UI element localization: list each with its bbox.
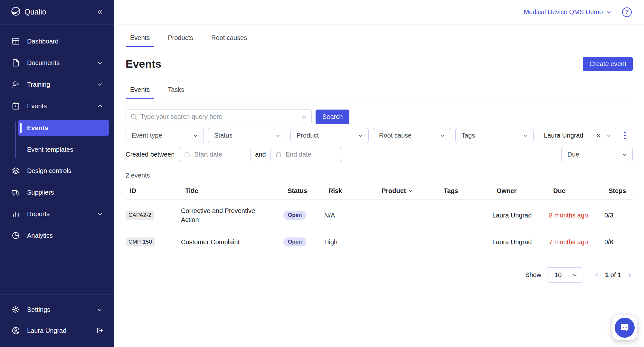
- due-filter[interactable]: Due: [561, 147, 633, 162]
- of-label: of: [611, 271, 616, 278]
- content: Events Products Root causes Events Creat…: [114, 24, 644, 283]
- due-value: 8 months ago: [549, 212, 604, 219]
- sidebar-item-training[interactable]: Training: [0, 77, 109, 92]
- chevron-down-icon: [96, 306, 103, 313]
- subtab-events[interactable]: Events: [126, 82, 154, 99]
- document-icon: [11, 59, 20, 67]
- event-type-filter[interactable]: Event type: [126, 128, 204, 143]
- filter-label: Root cause: [379, 132, 412, 139]
- table-row[interactable]: CAPA2-2 Corrective and Preventive Action…: [126, 200, 633, 231]
- sidebar-footer: Settings Laura Ungrad: [0, 294, 114, 347]
- event-id-badge: CMP-150: [126, 237, 155, 246]
- subtab-tasks[interactable]: Tasks: [163, 82, 189, 99]
- page-title: Events: [126, 58, 162, 70]
- event-title[interactable]: Customer Complaint: [181, 237, 283, 246]
- double-chevron-left-icon: [96, 8, 103, 16]
- col-steps: Steps: [609, 187, 633, 195]
- sidebar-item-settings[interactable]: Settings: [0, 302, 109, 317]
- sidebar-subitem-events[interactable]: Events: [18, 120, 109, 136]
- chevron-down-icon: [522, 133, 528, 139]
- sidebar-header: Qualio: [0, 0, 114, 24]
- product-filter[interactable]: Product: [290, 128, 369, 143]
- due-value: 7 months ago: [549, 238, 604, 246]
- filter-label: Status: [214, 132, 232, 139]
- dashboard-icon: [11, 37, 20, 46]
- col-owner: Owner: [497, 187, 553, 195]
- sidebar-item-suppliers[interactable]: Suppliers: [0, 185, 109, 200]
- sidebar-item-label: Suppliers: [27, 189, 54, 196]
- sort-chevron-icon: [408, 188, 413, 194]
- app-logo[interactable]: Qualio: [11, 6, 46, 18]
- sidebar-collapse-button[interactable]: [96, 8, 103, 16]
- next-page-icon[interactable]: [626, 272, 633, 278]
- tab-events[interactable]: Events: [126, 30, 154, 47]
- owner-filter[interactable]: Laura Ungrad: [538, 128, 617, 143]
- sidebar-item-user[interactable]: Laura Ungrad: [0, 323, 109, 338]
- top-tabs: Events Products Root causes: [126, 30, 633, 47]
- sidebar-item-documents[interactable]: Documents: [0, 55, 109, 71]
- chevron-down-icon: [440, 133, 446, 139]
- sidebar-item-label: Dashboard: [27, 38, 59, 45]
- sidebar-item-label: Events: [27, 102, 47, 110]
- sidebar-subitem-event-templates[interactable]: Event templates: [18, 141, 109, 158]
- sub-tabs: Events Tasks: [126, 82, 633, 99]
- create-event-button[interactable]: Create event: [583, 57, 633, 71]
- sidebar-nav: Dashboard Documents Training Event: [0, 24, 114, 294]
- sidebar-item-reports[interactable]: Reports: [0, 206, 109, 222]
- sidebar-item-label: Design controls: [27, 167, 71, 175]
- search-icon: [130, 113, 137, 120]
- col-label: Product: [382, 187, 406, 195]
- col-title: Title: [185, 187, 288, 195]
- created-between-label: Created between: [126, 151, 175, 158]
- more-filters-icon[interactable]: [621, 130, 628, 141]
- col-status: Status: [288, 187, 328, 195]
- calendar-icon: [184, 151, 190, 158]
- tab-products[interactable]: Products: [163, 30, 198, 47]
- org-name: Medical Device QMS Demo: [524, 8, 603, 16]
- col-product[interactable]: Product: [382, 187, 444, 195]
- sidebar-item-design-controls[interactable]: Design controls: [0, 163, 109, 178]
- event-title[interactable]: Corrective and Preventive Action: [181, 206, 283, 224]
- chevron-down-icon: [606, 133, 612, 139]
- remove-owner-filter-icon[interactable]: [596, 133, 601, 139]
- current-page: 1: [605, 271, 609, 278]
- results-count: 2 events: [126, 172, 633, 179]
- show-label: Show: [525, 271, 541, 279]
- tab-root-causes[interactable]: Root causes: [207, 30, 251, 47]
- start-date-input[interactable]: Start date: [179, 147, 251, 162]
- help-icon[interactable]: ?: [622, 7, 632, 17]
- clear-search-icon[interactable]: [300, 114, 307, 120]
- page-indicator: 1 of 1: [605, 271, 621, 279]
- tags-filter[interactable]: Tags: [455, 128, 534, 143]
- risk-value: N/A: [324, 212, 377, 219]
- sidebar-item-events[interactable]: Events: [0, 98, 109, 114]
- chevron-down-icon: [357, 133, 363, 139]
- sidebar-item-analytics[interactable]: Analytics: [0, 228, 109, 243]
- filter-label: Product: [297, 132, 319, 139]
- status-badge: Open: [283, 211, 306, 220]
- sidebar-item-label: Reports: [27, 210, 50, 218]
- search-button[interactable]: Search: [316, 110, 349, 124]
- root-cause-filter[interactable]: Root cause: [373, 128, 451, 143]
- events-subnav: Events Event templates: [0, 120, 109, 163]
- logout-icon[interactable]: [96, 327, 103, 334]
- prev-page-icon[interactable]: [593, 272, 600, 278]
- layers-icon: [11, 167, 20, 175]
- table-row[interactable]: CMP-150 Customer Complaint Open High Lau…: [126, 231, 633, 253]
- sidebar-item-label: Analytics: [27, 232, 53, 239]
- status-filter[interactable]: Status: [208, 128, 286, 143]
- filter-label: Event type: [132, 132, 162, 139]
- org-switcher[interactable]: Medical Device QMS Demo: [524, 8, 612, 16]
- chat-launcher-button[interactable]: [612, 315, 637, 340]
- status-badge: Open: [283, 237, 306, 246]
- chevron-down-icon: [96, 59, 103, 66]
- gear-icon: [11, 305, 20, 314]
- page-size-select[interactable]: 10: [547, 267, 583, 283]
- and-label: and: [255, 151, 266, 158]
- sidebar-item-dashboard[interactable]: Dashboard: [0, 34, 109, 49]
- search-box: [126, 109, 312, 124]
- table-header: ID Title Status Risk Product Tags Owner …: [126, 182, 633, 200]
- search-input[interactable]: [140, 113, 297, 120]
- filter-label: Due: [567, 151, 579, 158]
- end-date-input[interactable]: End date: [270, 147, 342, 162]
